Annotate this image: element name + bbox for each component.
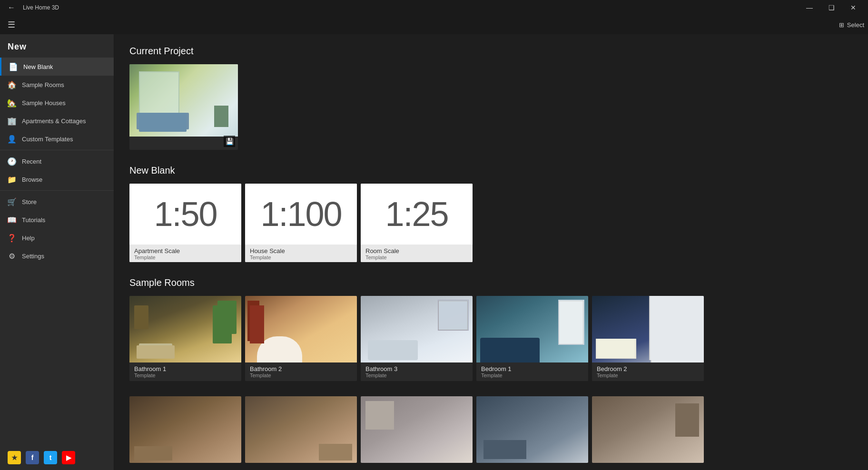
room-scale-inner: 1:25 — [361, 184, 473, 245]
er3-element — [365, 401, 394, 430]
sample-houses-icon: 🏡 — [8, 98, 16, 107]
sidebar-item-label-browse: Browse — [22, 176, 42, 183]
sidebar-item-label-apartments: Apartments & Cottages — [22, 118, 86, 125]
b4-bed — [480, 338, 540, 362]
er4-element — [483, 440, 526, 459]
sidebar-item-apartments-cottages[interactable]: 🏢 Apartments & Cottages — [0, 112, 114, 130]
sidebar-item-sample-houses[interactable]: 🏡 Sample Houses — [0, 94, 114, 112]
sidebar-item-new-blank[interactable]: 📄 New Blank — [0, 58, 114, 76]
sidebar-item-sample-rooms[interactable]: 🏠 Sample Rooms — [0, 76, 114, 94]
extra-room2-card[interactable] — [245, 396, 357, 463]
bathroom2-label: Template — [250, 372, 352, 378]
top-row: ☰ ⊞ Select — [0, 15, 868, 34]
store-icon: 🛒 — [8, 197, 16, 206]
bathroom1-img — [129, 296, 241, 362]
apartment-scale-footer: Apartment Scale Template — [129, 245, 241, 262]
sidebar-item-help[interactable]: ❓ Help — [0, 229, 114, 247]
b3-window — [438, 300, 469, 331]
sidebar-item-label-help: Help — [22, 235, 35, 242]
apartment-scale-number: 1:50 — [154, 195, 217, 234]
sidebar-item-browse[interactable]: 📁 Browse — [0, 170, 114, 188]
sidebar: New 📄 New Blank 🏠 Sample Rooms 🏡 Sample … — [0, 34, 114, 470]
bathroom3-footer: Bathroom 3 Template — [361, 362, 473, 381]
bathroom1-preview — [129, 296, 241, 362]
sidebar-logo-text: New — [8, 42, 27, 51]
sidebar-item-label-new-blank: New Blank — [23, 63, 53, 70]
bathroom1-card[interactable]: Bathroom 1 Template — [129, 296, 241, 381]
save-icon[interactable]: 💾 — [224, 136, 235, 147]
titlebar: ← Live Home 3D — ❑ ✕ — [0, 0, 868, 15]
extra-room5-preview — [592, 396, 704, 463]
help-icon: ❓ — [8, 234, 16, 242]
er1-element — [134, 446, 172, 460]
restore-button[interactable]: ❑ — [820, 0, 842, 15]
house-scale-label: Template — [250, 255, 352, 260]
extra-room3-card[interactable] — [361, 396, 473, 463]
bathroom1-footer: Bathroom 1 Template — [129, 362, 241, 381]
extra-room1-card[interactable] — [129, 396, 241, 463]
sample-rooms-section: Sample Rooms Bathroom 1 Template — [129, 277, 853, 463]
bedroom2-footer: Bedroom 2 Template — [592, 362, 704, 381]
bathroom2-img — [245, 296, 357, 362]
b1-cabinet — [217, 301, 237, 334]
house-scale-card[interactable]: 1:100 House Scale Template — [245, 184, 357, 262]
star-icon[interactable]: ★ — [8, 451, 21, 464]
close-button[interactable]: ✕ — [842, 0, 864, 15]
sidebar-divider-2 — [0, 190, 114, 191]
bathroom3-card[interactable]: Bathroom 3 Template — [361, 296, 473, 381]
bedroom1-img — [476, 296, 588, 362]
youtube-icon[interactable]: ▶ — [62, 451, 75, 464]
select-button[interactable]: ⊞ Select — [839, 21, 864, 29]
sample-rooms-bottom-row — [129, 396, 853, 463]
extra-room2-img — [245, 396, 357, 463]
new-blank-title: New Blank — [129, 165, 853, 176]
sidebar-item-store[interactable]: 🛒 Store — [0, 193, 114, 211]
house-scale-number: 1:100 — [260, 195, 341, 234]
sidebar-item-label-custom-templates: Custom Templates — [22, 136, 73, 143]
minimize-button[interactable]: — — [799, 0, 820, 15]
sidebar-item-recent[interactable]: 🕐 Recent — [0, 152, 114, 170]
bedroom2-card[interactable]: Bedroom 2 Template — [592, 296, 704, 381]
b2-tub — [257, 336, 302, 362]
bedroom1-label: Template — [481, 372, 583, 378]
apartment-scale-inner: 1:50 — [129, 184, 241, 245]
bedroom1-card[interactable]: Bedroom 1 Template — [476, 296, 588, 381]
preview-window — [139, 71, 179, 117]
b5-wardrobe — [649, 296, 704, 360]
browse-icon: 📁 — [8, 175, 16, 184]
sidebar-item-tutorials[interactable]: 📖 Tutorials — [0, 211, 114, 229]
room-scale-card[interactable]: 1:25 Room Scale Template — [361, 184, 473, 262]
new-blank-section: New Blank 1:50 Apartment Scale Template … — [129, 165, 853, 262]
app-body: New 📄 New Blank 🏠 Sample Rooms 🏡 Sample … — [0, 34, 868, 470]
tutorials-icon: 📖 — [8, 215, 16, 224]
titlebar-left: ← Live Home 3D — [4, 1, 59, 14]
current-project-section: Current Project 💾 — [129, 46, 853, 150]
sidebar-item-custom-templates[interactable]: 👤 Custom Templates — [0, 130, 114, 148]
bathroom1-label: Template — [134, 372, 237, 378]
new-blank-cards: 1:50 Apartment Scale Template 1:100 Hous… — [129, 184, 853, 262]
preview-element — [214, 106, 228, 127]
apartment-scale-card[interactable]: 1:50 Apartment Scale Template — [129, 184, 241, 262]
sidebar-item-settings[interactable]: ⚙ Settings — [0, 247, 114, 265]
b2-towel — [247, 301, 259, 341]
bathroom2-card[interactable]: Bathroom 2 Template — [245, 296, 357, 381]
select-label: Select — [847, 21, 864, 29]
current-project-card[interactable]: 💾 — [129, 64, 238, 150]
extra-room5-card[interactable] — [592, 396, 704, 463]
house-scale-footer: House Scale Template — [245, 245, 357, 262]
facebook-icon[interactable]: f — [26, 451, 39, 464]
sidebar-item-label-recent: Recent — [22, 158, 41, 165]
bathroom2-preview — [245, 296, 357, 362]
current-project-cards: 💾 — [129, 64, 853, 150]
sidebar-item-label-settings: Settings — [22, 253, 44, 260]
extra-room5-img — [592, 396, 704, 463]
b3-tub — [368, 340, 418, 360]
b1-shelf — [134, 305, 148, 329]
extra-room3-img — [361, 396, 473, 463]
sidebar-bottom: ★ f t ▶ — [0, 445, 114, 470]
extra-room4-card[interactable] — [476, 396, 588, 463]
bedroom1-preview — [476, 296, 588, 362]
hamburger-button[interactable]: ☰ — [4, 18, 19, 32]
back-button[interactable]: ← — [4, 1, 19, 14]
twitter-icon[interactable]: t — [44, 451, 57, 464]
